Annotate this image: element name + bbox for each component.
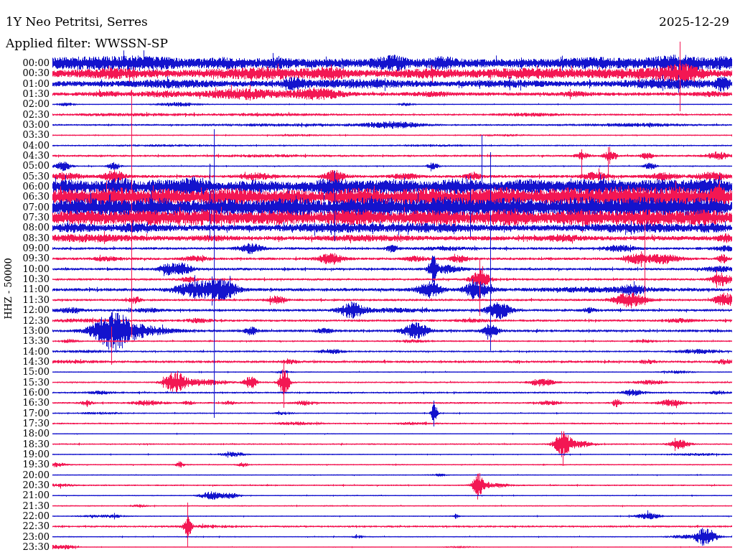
time-label: 09:30 [0, 253, 50, 263]
time-label: 11:30 [0, 295, 50, 305]
time-label: 04:00 [0, 141, 50, 151]
helicorder-canvas [0, 0, 735, 560]
time-label: 15:30 [0, 378, 50, 388]
time-label: 02:00 [0, 99, 50, 109]
time-label: 12:00 [0, 305, 50, 315]
time-label: 17:00 [0, 409, 50, 419]
date-label: 2025-12-29 [659, 14, 729, 29]
time-label: 04:30 [0, 151, 50, 161]
time-label: 07:30 [0, 213, 50, 223]
time-label: 08:30 [0, 233, 50, 243]
time-label: 18:30 [0, 439, 50, 449]
time-label: 23:30 [0, 542, 50, 552]
time-label: 16:00 [0, 388, 50, 398]
time-label: 20:30 [0, 480, 50, 490]
time-label: 06:00 [0, 182, 50, 192]
time-label: 21:30 [0, 501, 50, 511]
time-label: 06:30 [0, 192, 50, 202]
time-label: 13:30 [0, 336, 50, 346]
time-label: 22:30 [0, 521, 50, 531]
time-label: 03:30 [0, 130, 50, 140]
time-label: 10:00 [0, 264, 50, 274]
time-label: 20:00 [0, 470, 50, 480]
time-label: 05:00 [0, 161, 50, 171]
time-label: 00:00 [0, 58, 50, 68]
time-label: 11:00 [0, 284, 50, 294]
time-label: 00:30 [0, 68, 50, 78]
time-label: 09:00 [0, 243, 50, 253]
time-label: 15:00 [0, 367, 50, 377]
time-label: 01:30 [0, 89, 50, 99]
time-label: 05:30 [0, 172, 50, 182]
time-label: 14:00 [0, 347, 50, 357]
time-label: 23:00 [0, 532, 50, 542]
time-label: 13:00 [0, 326, 50, 336]
time-label: 22:00 [0, 511, 50, 521]
time-label: 10:30 [0, 274, 50, 284]
time-label: 16:30 [0, 398, 50, 408]
filter-label: Applied filter: WWSSN-SP [6, 36, 168, 50]
time-label: 17:30 [0, 419, 50, 429]
time-label: 18:00 [0, 429, 50, 439]
time-label: 14:30 [0, 357, 50, 367]
helicorder-page: 1Y Neo Petritsi, Serres 2025-12-29 Appli… [0, 0, 735, 560]
time-label: 01:00 [0, 79, 50, 89]
time-label: 08:00 [0, 223, 50, 233]
time-label: 19:30 [0, 459, 50, 470]
time-label: 03:00 [0, 120, 50, 130]
time-label: 19:00 [0, 449, 50, 459]
time-label: 21:00 [0, 490, 50, 500]
time-label: 12:30 [0, 316, 50, 326]
time-label: 07:00 [0, 202, 50, 213]
time-label: 02:30 [0, 110, 50, 120]
station-title: 1Y Neo Petritsi, Serres [6, 14, 148, 29]
